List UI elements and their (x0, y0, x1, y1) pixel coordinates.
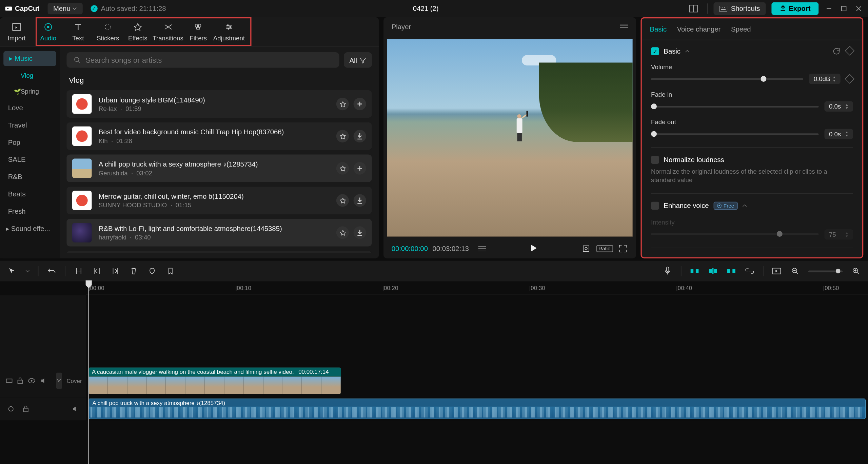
marker-in-tool[interactable] (147, 266, 157, 276)
ratio-button[interactable]: Ratio (599, 244, 609, 254)
delete-tool[interactable] (129, 266, 139, 276)
song-row[interactable]: R&B with Lo-Fi, light and comfortable at… (66, 219, 372, 246)
layout-button[interactable] (686, 3, 702, 14)
audio-clip[interactable]: A chill pop truck with a sexy atmosphere… (88, 399, 866, 419)
volume-value[interactable]: 0.0dB▲▼ (809, 74, 841, 84)
volume-slider[interactable] (651, 78, 803, 79)
close-button[interactable] (854, 4, 863, 13)
shortcuts-button[interactable]: Shortcuts (714, 2, 766, 15)
cover-button[interactable] (56, 373, 62, 389)
magnet-toggle-2[interactable] (708, 266, 718, 276)
track-lock-icon[interactable] (17, 375, 23, 386)
favorite-button[interactable] (336, 226, 349, 239)
favorite-button[interactable] (336, 130, 349, 142)
add-download-button[interactable] (354, 98, 366, 110)
song-row[interactable]: Organic, fashionable, morning, refreshin… (66, 251, 372, 253)
video-track[interactable]: Cover A caucasian male vlogger walking o… (0, 364, 868, 397)
add-download-button[interactable] (354, 226, 366, 239)
audio-track[interactable]: A chill pop truck with a sexy atmosphere… (0, 398, 868, 421)
category-fresh[interactable]: Fresh (0, 203, 60, 220)
normalize-checkbox[interactable] (651, 156, 659, 164)
tab-audio[interactable]: Audio (33, 17, 63, 46)
add-download-button[interactable] (354, 194, 366, 207)
favorite-button[interactable] (336, 98, 349, 110)
fade-out-slider[interactable] (651, 133, 818, 135)
magnet-toggle-1[interactable] (689, 266, 699, 276)
marker-out-tool[interactable] (165, 266, 176, 276)
intensity-slider[interactable] (651, 233, 818, 235)
category-rnb[interactable]: R&B (0, 168, 60, 186)
category-pop[interactable]: Pop (0, 134, 60, 151)
category-beats[interactable]: Beats (0, 186, 60, 203)
prop-tab-speed[interactable]: Speed (731, 19, 751, 39)
magnet-toggle-3[interactable] (726, 266, 736, 276)
player-menu-icon[interactable] (620, 23, 628, 31)
split-tool[interactable] (74, 266, 84, 276)
filter-all-button[interactable]: All (344, 52, 372, 68)
song-thumbnail[interactable] (72, 126, 92, 146)
basic-checkbox[interactable]: ✓ (651, 47, 659, 55)
video-clip[interactable]: A caucasian male vlogger walking on the … (88, 368, 341, 394)
fade-in-value[interactable]: 0.0s▲▼ (824, 101, 853, 111)
preview-toggle[interactable] (771, 266, 782, 276)
prop-tab-basic[interactable]: Basic (650, 19, 667, 39)
tab-stickers[interactable]: Stickers (93, 17, 123, 46)
category-spring[interactable]: Spring (0, 83, 60, 99)
keyframe-icon[interactable] (846, 47, 853, 55)
fullscreen-button[interactable] (618, 244, 628, 254)
category-sound-effects[interactable]: ▸ Sound effe... (0, 220, 60, 237)
split-right-tool[interactable] (110, 266, 120, 276)
track-collapse-icon[interactable] (6, 375, 13, 386)
category-sale[interactable]: SALE (0, 151, 60, 168)
intensity-value[interactable]: 75▲▼ (824, 229, 853, 239)
enhance-checkbox[interactable] (651, 201, 659, 210)
fade-in-slider[interactable] (651, 105, 818, 107)
timeline-ruler[interactable]: |00:00|00:10|00:20|00:30|00:40|00:50 (86, 282, 868, 295)
song-thumbnail[interactable] (72, 158, 92, 178)
menu-button[interactable]: Menu (47, 3, 82, 14)
volume-keyframe[interactable] (846, 75, 853, 82)
category-music[interactable]: ▸ Music (3, 51, 56, 66)
reset-icon[interactable] (832, 47, 841, 55)
category-love[interactable]: Love (0, 99, 60, 117)
song-thumbnail[interactable] (72, 191, 92, 210)
play-button[interactable] (529, 244, 539, 254)
split-left-tool[interactable] (92, 266, 102, 276)
add-download-button[interactable] (354, 162, 366, 174)
scale-icon[interactable] (581, 244, 591, 254)
prop-tab-voice-changer[interactable]: Voice changer (677, 19, 721, 39)
audio-track-lock-icon[interactable] (21, 404, 31, 414)
song-thumbnail[interactable] (72, 223, 92, 243)
minimize-button[interactable] (824, 4, 833, 13)
category-travel[interactable]: Travel (0, 117, 60, 134)
favorite-button[interactable] (336, 162, 349, 174)
zoom-in-button[interactable] (851, 266, 861, 276)
song-row[interactable]: Best for video background music Chill Tr… (66, 122, 372, 150)
zoom-slider[interactable] (808, 270, 843, 272)
search-input[interactable]: Search songs or artists (66, 52, 339, 68)
song-thumbnail[interactable] (72, 94, 92, 114)
tab-transitions[interactable]: Transitions (153, 17, 183, 46)
tab-filters[interactable]: Filters (183, 17, 213, 46)
audio-track-collapse-icon[interactable] (6, 404, 16, 414)
list-icon[interactable] (477, 244, 487, 254)
link-toggle[interactable] (745, 266, 755, 276)
category-vlog[interactable]: Vlog (0, 67, 60, 83)
add-download-button[interactable] (354, 130, 366, 142)
favorite-button[interactable] (336, 194, 349, 207)
song-row[interactable]: A chill pop truck with a sexy atmosphere… (66, 154, 372, 182)
tab-adjustment[interactable]: Adjustment (213, 17, 245, 46)
undo-button[interactable] (46, 266, 57, 276)
tab-effects[interactable]: Effects (123, 17, 153, 46)
video-preview[interactable] (387, 39, 633, 236)
song-row[interactable]: Merrow guitar, chill out, winter, emo b(… (66, 187, 372, 214)
zoom-out-button[interactable] (790, 266, 800, 276)
tab-import[interactable]: Import (0, 17, 33, 46)
fade-out-value[interactable]: 0.0s▲▼ (824, 129, 853, 139)
track-visible-icon[interactable] (27, 375, 36, 386)
track-mute-icon[interactable] (40, 375, 47, 386)
audio-track-mute-icon[interactable] (70, 404, 80, 414)
tab-text[interactable]: Text (63, 17, 93, 46)
mic-button[interactable] (663, 266, 673, 276)
maximize-button[interactable] (839, 4, 848, 13)
